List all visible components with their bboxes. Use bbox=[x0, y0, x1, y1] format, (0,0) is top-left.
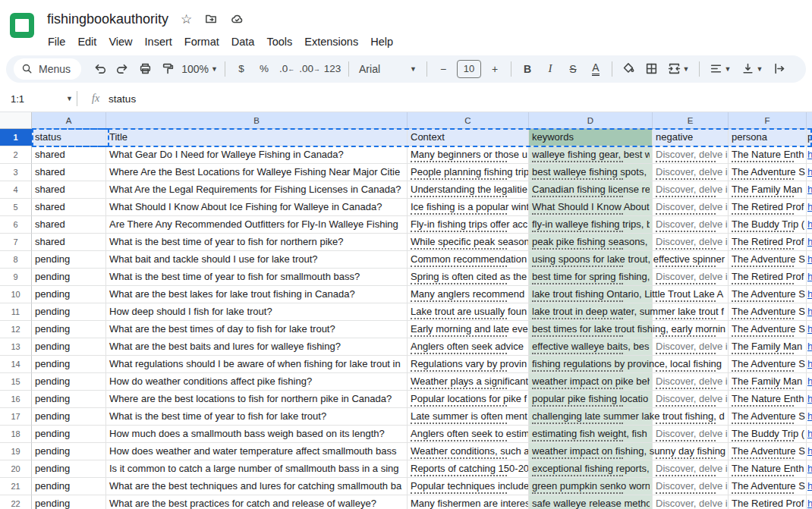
text-wrap-button[interactable] bbox=[769, 58, 790, 80]
cell-title[interactable]: What are the best practices for catch an… bbox=[106, 495, 408, 509]
cell-link[interactable]: h bbox=[807, 408, 812, 426]
cell-g-header[interactable]: p bbox=[807, 129, 812, 146]
cell-keywords[interactable]: lake trout in deep water, summer lake tr… bbox=[529, 303, 653, 321]
cloud-status-icon[interactable] bbox=[230, 13, 244, 25]
cell-link[interactable]: h bbox=[807, 303, 812, 321]
cell-context[interactable]: Regulations vary by provin bbox=[408, 356, 529, 373]
column-header-C[interactable]: C bbox=[408, 112, 529, 129]
column-header-B[interactable]: B bbox=[106, 112, 408, 129]
cell-negative-header[interactable]: negative bbox=[653, 129, 729, 146]
cell-link[interactable]: h bbox=[807, 251, 812, 269]
formula-bar-input[interactable]: status bbox=[109, 93, 136, 105]
cell-negative[interactable]: Discover, delve i bbox=[653, 181, 729, 199]
cell-persona[interactable]: The Retired Prof bbox=[729, 269, 807, 286]
cell-keywords[interactable]: exceptional fishing reports, bbox=[529, 460, 653, 478]
column-header-D[interactable]: D bbox=[529, 112, 653, 129]
column-header-A[interactable]: A bbox=[32, 112, 106, 129]
cell-status[interactable]: pending bbox=[32, 251, 106, 269]
cell-persona[interactable]: The Retired Prof bbox=[729, 234, 807, 251]
cell-persona[interactable]: The Family Man bbox=[729, 373, 807, 391]
cell-status[interactable]: pending bbox=[32, 391, 106, 408]
cell-status[interactable]: shared bbox=[32, 181, 106, 199]
cell-context[interactable]: Late summer is often ment bbox=[408, 408, 529, 426]
row-number[interactable]: 2 bbox=[0, 146, 32, 164]
row-number[interactable]: 13 bbox=[0, 338, 32, 356]
zoom-control[interactable]: 100%▼ bbox=[180, 58, 219, 80]
cell-title[interactable]: How deep should I fish for lake trout? bbox=[106, 303, 408, 321]
cell-title[interactable]: How much does a smallmouth bass weigh ba… bbox=[106, 426, 408, 443]
cell-keywords[interactable]: popular pike fishing locatio bbox=[529, 391, 653, 408]
menu-extensions[interactable]: Extensions bbox=[298, 34, 364, 49]
row-number[interactable]: 1 bbox=[0, 129, 32, 146]
cell-title[interactable]: What regulations should I be aware of wh… bbox=[106, 356, 408, 373]
font-size-input[interactable]: 10 bbox=[457, 60, 481, 78]
redo-button[interactable] bbox=[112, 58, 133, 80]
cell-keywords[interactable]: green pumpkin senko worn bbox=[529, 478, 653, 495]
format-percent-button[interactable]: % bbox=[253, 58, 275, 80]
cell-context[interactable]: Popular locations for pike f bbox=[408, 391, 529, 408]
cell-context[interactable]: While specific peak season bbox=[408, 234, 529, 251]
cell-link[interactable]: h bbox=[807, 286, 812, 303]
cell-status[interactable]: pending bbox=[32, 269, 106, 286]
cell-title[interactable]: What Gear Do I Need for Walleye Fishing … bbox=[106, 146, 408, 164]
cell-link[interactable]: h bbox=[807, 321, 812, 338]
cell-link[interactable]: h bbox=[807, 495, 812, 509]
cell-link[interactable]: h bbox=[807, 460, 812, 478]
cell-status[interactable]: pending bbox=[32, 321, 106, 338]
cell-persona[interactable]: The Adventure S bbox=[729, 303, 807, 321]
menu-data[interactable]: Data bbox=[225, 34, 261, 49]
cell-persona[interactable]: The Adventure S bbox=[729, 321, 807, 338]
row-number[interactable]: 8 bbox=[0, 251, 32, 269]
cell-keywords[interactable]: peak pike fishing seasons, bbox=[529, 234, 653, 251]
cell-keywords[interactable]: best times for lake trout fishing, early… bbox=[529, 321, 653, 338]
cell-context[interactable]: Anglers often seek advice bbox=[408, 338, 529, 356]
cell-keywords[interactable]: challenging late summer lake trout fishi… bbox=[529, 408, 653, 426]
cell-status[interactable]: pending bbox=[32, 460, 106, 478]
cell-negative[interactable]: Discover, delve i bbox=[653, 478, 729, 495]
cell-persona[interactable]: The Nature Enth bbox=[729, 460, 807, 478]
cell-context[interactable]: Understanding the legalitie bbox=[408, 181, 529, 199]
cell-persona[interactable]: The Adventure S bbox=[729, 251, 807, 269]
menu-file[interactable]: File bbox=[47, 34, 71, 49]
cell-negative[interactable]: Discover, delve i bbox=[653, 460, 729, 478]
cell-status[interactable]: pending bbox=[32, 426, 106, 443]
cell-link[interactable]: h bbox=[807, 356, 812, 373]
row-number[interactable]: 17 bbox=[0, 408, 32, 426]
cell-context[interactable]: Weather conditions, such a bbox=[408, 443, 529, 460]
cell-persona[interactable]: The Buddy Trip ( bbox=[729, 426, 807, 443]
cell-negative[interactable]: Discover, delve i bbox=[653, 216, 729, 234]
star-icon[interactable]: ☆ bbox=[181, 13, 192, 26]
italic-button[interactable]: I bbox=[540, 58, 561, 80]
cell-keywords[interactable]: using spoons for lake trout, effective s… bbox=[529, 251, 653, 269]
cell-context-header[interactable]: Context bbox=[408, 129, 529, 146]
cell-link[interactable]: h bbox=[807, 164, 812, 181]
cell-link[interactable]: h bbox=[807, 426, 812, 443]
cell-status[interactable]: pending bbox=[32, 478, 106, 495]
cell-persona[interactable]: The Retired Prof bbox=[729, 495, 807, 509]
row-number[interactable]: 9 bbox=[0, 269, 32, 286]
cell-title[interactable]: Is it common to catch a large number of … bbox=[106, 460, 408, 478]
menus-search[interactable]: Menus bbox=[14, 58, 81, 80]
more-formats-button[interactable]: 123 bbox=[322, 58, 343, 80]
cell-link[interactable]: h bbox=[807, 199, 812, 216]
cell-status-header[interactable]: status bbox=[32, 129, 106, 146]
select-all-corner[interactable] bbox=[0, 112, 32, 129]
cell-link[interactable]: h bbox=[807, 478, 812, 495]
row-number[interactable]: 15 bbox=[0, 373, 32, 391]
cell-context[interactable]: Common recommendation bbox=[408, 251, 529, 269]
cell-persona[interactable]: The Adventure S bbox=[729, 443, 807, 460]
bold-button[interactable]: B bbox=[517, 58, 538, 80]
cell-persona[interactable]: The Family Man bbox=[729, 181, 807, 199]
cell-negative[interactable]: Discover, delve i bbox=[653, 373, 729, 391]
cell-title-header[interactable]: Title bbox=[106, 129, 408, 146]
cell-status[interactable]: pending bbox=[32, 286, 106, 303]
cell-keywords[interactable]: What Should I Know About bbox=[529, 199, 653, 216]
document-title[interactable]: fishingbookauthority bbox=[47, 11, 168, 27]
cell-context[interactable]: Ice fishing is a popular wint bbox=[408, 199, 529, 216]
cell-context[interactable]: Many anglers recommend bbox=[408, 286, 529, 303]
column-header-G[interactable] bbox=[807, 112, 812, 129]
row-number[interactable]: 18 bbox=[0, 426, 32, 443]
row-number[interactable]: 14 bbox=[0, 356, 32, 373]
column-header-F[interactable]: F bbox=[729, 112, 807, 129]
cell-keywords[interactable]: fly-in walleye fishing trips, b bbox=[529, 216, 653, 234]
